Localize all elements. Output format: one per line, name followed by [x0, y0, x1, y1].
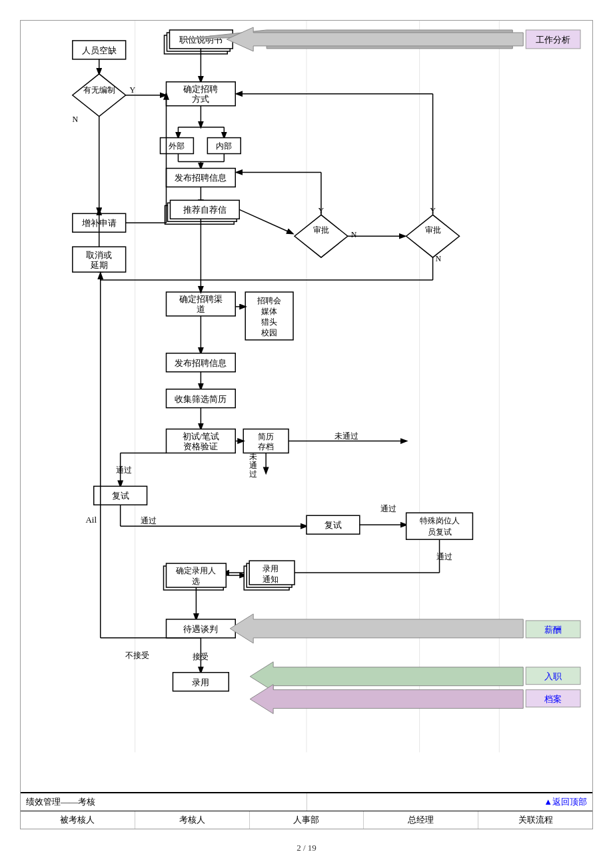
- node-fushi-center: 复试: [324, 520, 342, 530]
- label-tongguo2: 通过: [141, 516, 157, 525]
- bottom-title: 绩效管理——考核: [21, 793, 307, 811]
- svg-marker-6: [73, 74, 126, 117]
- col-header-3: 总经理: [364, 811, 478, 829]
- label-tongguo3: 通过: [380, 504, 396, 513]
- node-queding-luyong1: 确定录用人: [175, 566, 216, 575]
- node-zhaopinhui: 招聘会: [257, 296, 281, 305]
- svg-line-44: [126, 94, 167, 223]
- label-weitongguo1: 未: [249, 452, 257, 461]
- col-header-0: 被考核人: [21, 811, 135, 829]
- node-jianli-cundang2: 存档: [258, 442, 274, 451]
- page-number: 2 / 19: [20, 829, 593, 860]
- node-queding-qudao2: 道: [197, 304, 205, 314]
- label-tongguo1: 通过: [116, 465, 132, 475]
- node-luyong-tongzhi2: 通知: [263, 575, 279, 584]
- col-header-4: 关联流程: [478, 811, 592, 829]
- node-luyong: 录用: [192, 677, 209, 687]
- node-fushi-left: 复试: [112, 491, 129, 501]
- bottom-bar: 绩效管理——考核 ▲返回顶部: [21, 792, 592, 811]
- label-ail: Ail: [85, 515, 97, 525]
- flowchart-svg: 人员空缺 有无编制 Y N 职位说明书: [21, 21, 592, 792]
- node-gongzuofenxi: 工作分析: [536, 35, 570, 45]
- label-weitongguo-right: 未通过: [334, 431, 358, 441]
- node-queding-qudao1: 确定招聘渠: [179, 294, 223, 304]
- label-weitongguo2: 通: [249, 461, 257, 470]
- node-shenpi2: 审批: [425, 225, 441, 235]
- node-queding-luyong2: 选: [192, 577, 200, 586]
- label-n2: N: [351, 230, 357, 239]
- col-header-1: 考核人: [135, 811, 250, 829]
- node-queding-zhaopin-fangshi: 确定招聘: [183, 84, 218, 94]
- node-quxiao-yanqi1: 取消或: [86, 250, 112, 260]
- svg-marker-81: [230, 614, 523, 643]
- page-container: 人员空缺 有无编制 Y N 职位说明书: [20, 20, 593, 860]
- label-tongguo4: 通过: [436, 552, 452, 561]
- svg-line-34: [239, 209, 293, 233]
- label-n1: N: [72, 115, 78, 124]
- node-tuijian-zijianxin: 推荐自荐信: [183, 205, 227, 215]
- node-queding-zhaopin-fangshi2: 方式: [192, 94, 209, 104]
- svg-marker-88: [250, 685, 523, 714]
- node-daiyu-tanpan: 待遇谈判: [183, 624, 218, 634]
- node-shouji-jianli: 收集筛选简历: [175, 394, 227, 404]
- node-waibu: 外部: [169, 141, 185, 151]
- node-teshu2: 员复试: [428, 527, 452, 537]
- node-xiaoyuan: 校园: [261, 328, 277, 337]
- node-jianli-cundang1: 简历: [258, 432, 274, 441]
- node-luyong-tongzhi1: 录用: [263, 564, 279, 573]
- node-ruzhi: 入职: [544, 671, 562, 681]
- node-quxiao-yanqi2: 延期: [90, 260, 108, 270]
- label-weitongguo3: 过: [249, 469, 257, 479]
- node-lietou: 猎头: [261, 317, 277, 327]
- node-meiti: 媒体: [261, 307, 277, 316]
- label-n3: N: [436, 254, 442, 263]
- diagram-wrapper: 人员空缺 有无编制 Y N 职位说明书: [20, 20, 593, 829]
- node-fabu-zhaopin-xinxi2: 发布招聘信息: [175, 358, 227, 368]
- node-chushi1: 初试/笔试: [183, 431, 220, 441]
- node-dangan: 档案: [544, 694, 562, 704]
- node-teshu1: 特殊岗位人: [420, 516, 460, 525]
- col-header-2: 人事部: [250, 811, 364, 829]
- node-shenpi1: 审批: [313, 225, 329, 235]
- node-renyuankongque: 人员空缺: [82, 45, 117, 55]
- node-youwubianzhi: 有无编制: [83, 85, 115, 95]
- svg-marker-87: [250, 662, 523, 691]
- node-fabu-zhaopin-xinxi1: 发布招聘信息: [175, 173, 227, 183]
- node-neibu: 内部: [216, 141, 232, 151]
- node-chushi2: 资格验证: [183, 441, 218, 451]
- svg-marker-33: [406, 215, 460, 257]
- return-top-link[interactable]: ▲返回顶部: [307, 793, 593, 811]
- node-xinchou: 薪酬: [544, 625, 562, 635]
- column-headers: 被考核人 考核人 人事部 总经理 关联流程: [21, 811, 592, 829]
- label-bujieshou: 不接受: [125, 651, 149, 660]
- svg-marker-32: [295, 215, 348, 257]
- label-y1: Y: [130, 85, 136, 95]
